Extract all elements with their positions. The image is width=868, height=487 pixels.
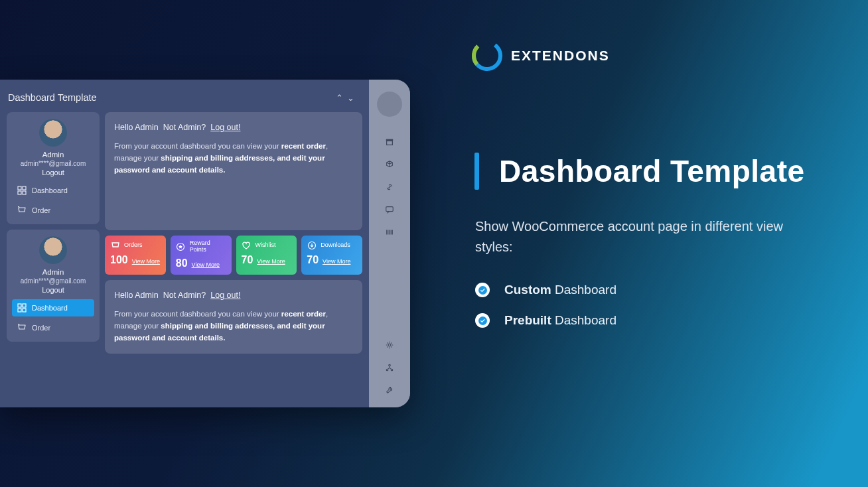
user-email: admin****@gmail.com (21, 277, 86, 285)
svg-point-20 (391, 369, 393, 371)
page-headline: Dashboard Template (499, 153, 805, 189)
stat-reward-points[interactable]: Reward Points 80View More (171, 236, 232, 275)
stat-link[interactable]: View More (323, 258, 350, 265)
svg-rect-10 (18, 309, 21, 312)
page-subtext: Show WooCommerce account page in differe… (475, 216, 820, 257)
user-nav: Dashboard Order (12, 182, 94, 219)
avatar (39, 119, 67, 147)
feature-checklist: Custom Dashboard Prebuilt Dashboard (475, 283, 616, 328)
nav-item-order[interactable]: Order (12, 319, 94, 336)
check-icon (475, 283, 490, 297)
user-name: Admin (42, 151, 64, 159)
brand-logo: EXTENDONS (471, 40, 610, 72)
grid-icon (17, 303, 27, 313)
svg-point-1 (471, 40, 503, 72)
stat-link[interactable]: View More (257, 258, 285, 265)
stat-value: 100 (110, 254, 128, 266)
svg-rect-11 (23, 309, 26, 312)
grid-icon (17, 186, 27, 195)
svg-point-19 (386, 369, 388, 371)
svg-point-0 (471, 40, 503, 72)
nav-item-dashboard[interactable]: Dashboard (12, 299, 94, 316)
user-logout-link[interactable]: Logout (42, 169, 64, 176)
stat-link[interactable]: View More (192, 261, 220, 268)
svg-rect-15 (387, 141, 393, 145)
stat-label: Downloads (321, 242, 357, 249)
stat-orders[interactable]: Orders 100View More (105, 236, 166, 275)
stat-value: 70 (307, 254, 319, 266)
greeting-header: Hello Admin Not Admin? Log out! (114, 289, 353, 302)
svg-rect-6 (18, 191, 21, 194)
window-right-rail (369, 80, 410, 407)
svg-rect-16 (386, 207, 394, 212)
svg-point-17 (388, 344, 391, 346)
greeting-header: Hello Admin Not Admin? Log out! (114, 121, 353, 134)
headline-accent-bar (474, 153, 479, 190)
dashboard-preview-window: Dashboard Template ⌃ ⌄ Admin admin****@g… (0, 80, 410, 407)
svg-rect-7 (23, 191, 26, 194)
nav-label: Order (32, 324, 50, 332)
user-nav: Dashboard Order (12, 299, 94, 336)
headline-wrap: Dashboard Template (474, 153, 805, 190)
avatar (39, 236, 67, 264)
logout-link[interactable]: Log out! (210, 291, 240, 300)
stat-label: Orders (124, 242, 161, 249)
barcode-icon[interactable] (384, 227, 395, 238)
stat-value: 70 (242, 254, 253, 266)
greeting-body: From your account dashboard you can view… (114, 309, 353, 344)
svg-rect-4 (18, 186, 21, 190)
link-icon[interactable] (384, 182, 395, 192)
dashboard-greeting: Hello Admin Not Admin? Log out! From you… (105, 112, 362, 230)
nav-item-order[interactable]: Order (12, 202, 94, 219)
nav-item-dashboard[interactable]: Dashboard (12, 182, 94, 199)
svg-rect-5 (23, 186, 26, 190)
feature-label: Custom Dashboard (504, 283, 616, 297)
feature-item-prebuilt: Prebuilt Dashboard (475, 313, 616, 328)
feature-label: Prebuilt Dashboard (504, 313, 616, 328)
stat-label: Wishlist (255, 242, 292, 249)
gear-icon[interactable] (384, 340, 395, 350)
cart-icon (17, 206, 27, 215)
chat-icon[interactable] (384, 204, 395, 215)
nav-label: Dashboard (32, 304, 68, 312)
brand-logo-text: EXTENDONS (511, 48, 610, 64)
wrench-icon[interactable] (384, 385, 395, 395)
window-collapse-controls[interactable]: ⌃ ⌄ (336, 93, 354, 103)
svg-rect-8 (18, 304, 21, 307)
stat-downloads[interactable]: Downloads 70View More (301, 236, 362, 275)
user-logout-link[interactable]: Logout (42, 286, 64, 294)
nav-label: Order (32, 206, 50, 214)
usercard-column: Admin admin****@gmail.com Logout Dashboa… (7, 112, 100, 401)
rail-avatar[interactable] (377, 92, 402, 117)
window-title: Dashboard Template (8, 92, 97, 103)
user-name: Admin (42, 268, 64, 276)
cube-icon[interactable] (384, 159, 395, 170)
user-email: admin****@gmail.com (21, 160, 86, 167)
check-icon (475, 313, 490, 328)
stat-wishlist[interactable]: Wishlist 70View More (236, 236, 297, 275)
chevron-up-icon[interactable]: ⌃ (336, 93, 343, 103)
download-icon (307, 240, 317, 250)
nav-label: Dashboard (32, 186, 68, 194)
greeting-body: From your account dashboard you can view… (114, 141, 353, 176)
main-column: Hello Admin Not Admin? Log out! From you… (105, 112, 362, 401)
svg-point-18 (389, 364, 391, 366)
stat-link[interactable]: View More (132, 258, 160, 265)
star-circle-icon (176, 242, 186, 251)
node-icon[interactable] (384, 362, 395, 373)
dashboard-greeting-secondary: Hello Admin Not Admin? Log out! From you… (105, 280, 362, 354)
window-header: Dashboard Template ⌃ ⌄ (0, 80, 369, 112)
stat-value: 80 (176, 257, 188, 269)
logout-link[interactable]: Log out! (210, 123, 240, 132)
stats-row: Orders 100View More Reward Points 80View… (105, 236, 362, 275)
usercard-variant-b: Admin admin****@gmail.com Logout Dashboa… (7, 230, 100, 342)
archive-icon[interactable] (384, 137, 395, 147)
window-main-panel: Dashboard Template ⌃ ⌄ Admin admin****@g… (0, 80, 369, 407)
cart-icon (110, 240, 120, 250)
cart-icon (17, 323, 27, 332)
usercard-variant-a: Admin admin****@gmail.com Logout Dashboa… (7, 112, 100, 224)
brand-logo-icon (471, 40, 503, 72)
svg-rect-9 (23, 304, 26, 307)
window-content: Admin admin****@gmail.com Logout Dashboa… (0, 112, 369, 407)
chevron-down-icon[interactable]: ⌄ (347, 93, 354, 103)
